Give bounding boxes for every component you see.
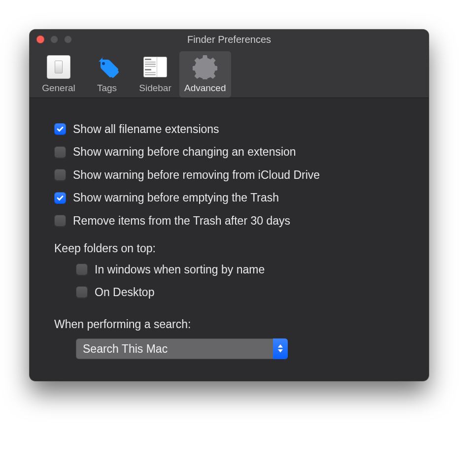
checkbox-show-extensions-row: Show all filename extensions bbox=[54, 118, 404, 140]
toolbar: General Tags bbox=[30, 49, 429, 98]
tab-label: Sidebar bbox=[139, 83, 171, 94]
checkbox-in-windows-row: In windows when sorting by name bbox=[54, 258, 404, 281]
checkbox-label: On Desktop bbox=[95, 286, 154, 299]
checkbox-label: Show all filename extensions bbox=[73, 123, 219, 135]
window-title: Finder Preferences bbox=[187, 34, 271, 45]
preferences-window: Finder Preferences General bbox=[30, 30, 429, 381]
titlebar: Finder Preferences bbox=[30, 30, 429, 49]
checkbox-warn-empty-trash[interactable] bbox=[54, 192, 66, 204]
gear-icon bbox=[193, 55, 217, 79]
checkbox-warn-remove-icloud[interactable] bbox=[54, 169, 66, 181]
checkbox-label: Show warning before emptying the Trash bbox=[73, 191, 279, 204]
tag-icon bbox=[95, 56, 119, 78]
tab-label: General bbox=[42, 83, 75, 94]
search-scope-select[interactable]: Search This Mac bbox=[76, 338, 288, 359]
svg-point-1 bbox=[201, 63, 209, 71]
zoom-button[interactable] bbox=[64, 35, 72, 43]
checkbox-label: Show warning before removing from iCloud… bbox=[73, 168, 320, 181]
updown-icon bbox=[273, 338, 288, 359]
checkbox-show-extensions[interactable] bbox=[54, 123, 66, 135]
minimize-button[interactable] bbox=[50, 35, 58, 43]
sidebar-icon bbox=[143, 57, 167, 77]
tab-sidebar[interactable]: Sidebar bbox=[131, 51, 179, 98]
checkbox-label: In windows when sorting by name bbox=[95, 263, 265, 276]
checkbox-warn-change-ext[interactable] bbox=[54, 146, 66, 158]
search-heading: When performing a search: bbox=[54, 304, 404, 334]
svg-point-0 bbox=[102, 62, 105, 65]
checkbox-label: Remove items from the Trash after 30 day… bbox=[73, 214, 290, 227]
checkbox-remove-after-30[interactable] bbox=[54, 215, 66, 227]
checkbox-warn-change-ext-row: Show warning before changing an extensio… bbox=[54, 140, 404, 163]
checkbox-on-desktop-row: On Desktop bbox=[54, 281, 404, 303]
window-controls bbox=[36, 35, 72, 43]
checkbox-label: Show warning before changing an extensio… bbox=[73, 145, 296, 158]
checkbox-warn-remove-icloud-row: Show warning before removing from iCloud… bbox=[54, 164, 404, 186]
tab-label: Advanced bbox=[184, 83, 226, 94]
checkbox-in-windows[interactable] bbox=[76, 264, 88, 275]
close-button[interactable] bbox=[36, 35, 44, 43]
checkbox-warn-empty-trash-row: Show warning before emptying the Trash bbox=[54, 186, 404, 209]
tab-general[interactable]: General bbox=[34, 51, 83, 98]
tab-tags[interactable]: Tags bbox=[83, 51, 131, 98]
keep-on-top-heading: Keep folders on top: bbox=[54, 232, 404, 258]
advanced-pane: Show all filename extensions Show warnin… bbox=[30, 98, 429, 381]
checkbox-on-desktop[interactable] bbox=[76, 286, 88, 298]
checkbox-remove-after-30-row: Remove items from the Trash after 30 day… bbox=[54, 209, 404, 232]
tab-label: Tags bbox=[97, 83, 117, 94]
select-value: Search This Mac bbox=[76, 342, 273, 355]
tab-advanced[interactable]: Advanced bbox=[179, 51, 231, 98]
switch-icon bbox=[47, 55, 70, 79]
